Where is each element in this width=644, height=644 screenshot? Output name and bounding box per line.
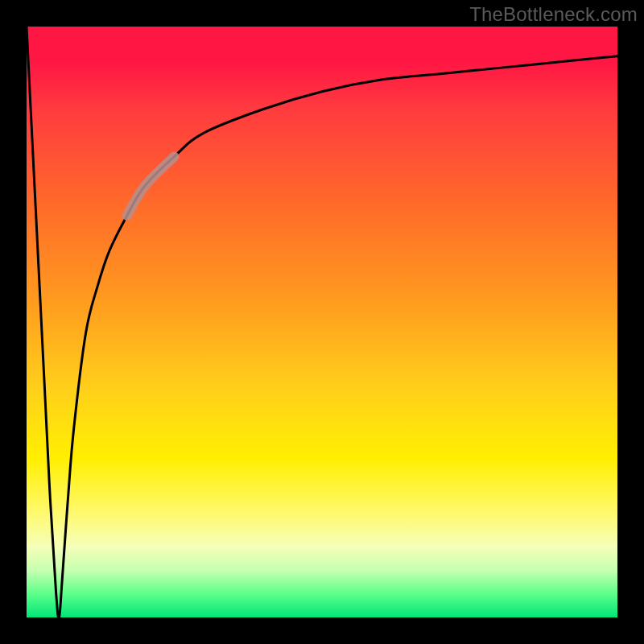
watermark-label: TheBottleneck.com bbox=[469, 3, 638, 26]
chart-frame: TheBottleneck.com bbox=[0, 0, 644, 644]
plot-area bbox=[27, 27, 617, 617]
